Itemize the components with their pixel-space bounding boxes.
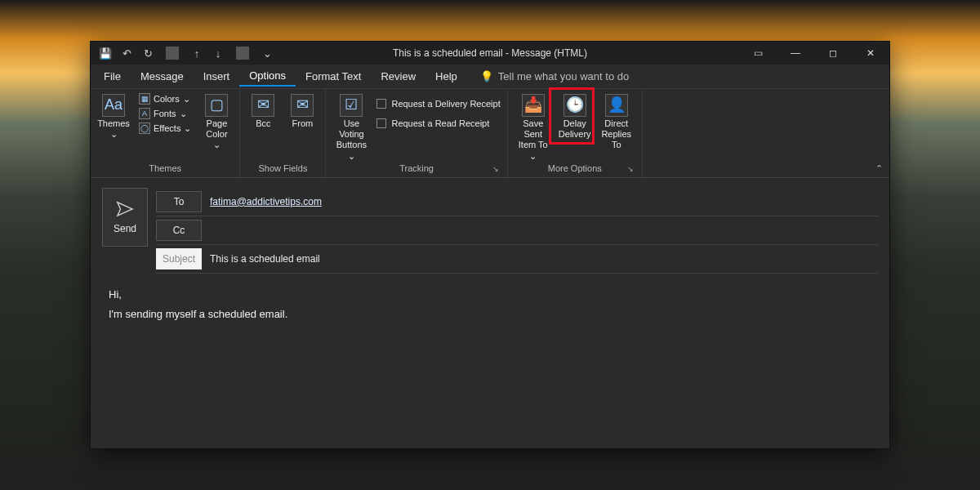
cc-button[interactable]: Cc xyxy=(156,220,202,241)
delay-delivery-icon: 🕒 xyxy=(564,94,586,117)
group-show-fields: ✉ Bcc ✉ From Show Fields xyxy=(240,89,326,177)
from-icon: ✉ xyxy=(291,94,314,117)
page-color-label: Page Color xyxy=(200,118,233,140)
undo-icon[interactable]: ↶ xyxy=(120,47,133,60)
delay-delivery-label: Delay Delivery xyxy=(559,118,591,140)
effects-icon: ◯ xyxy=(139,122,150,134)
subject-row: Subject This is a scheduled email xyxy=(156,245,878,274)
body-line: Hi, xyxy=(109,285,871,305)
quick-access-toolbar: 💾 ↶ ↻ ↑ ↓ ⌄ xyxy=(91,47,282,60)
close-button[interactable]: ✕ xyxy=(852,42,889,65)
direct-replies-label: Direct Replies To xyxy=(598,118,635,151)
tab-file[interactable]: File xyxy=(94,67,131,86)
body-line: I'm sending myself a scheduled email. xyxy=(109,305,871,325)
tracking-dialog-launcher-icon[interactable]: ↘ xyxy=(492,165,499,173)
qat-separator xyxy=(166,47,179,60)
compose-pane: Send To fatima@addictivetips.com Cc Subj… xyxy=(91,178,889,448)
page-color-icon: ▢ xyxy=(205,94,228,117)
tab-review[interactable]: Review xyxy=(371,67,425,86)
outlook-compose-window: 💾 ↶ ↻ ↑ ↓ ⌄ This is a scheduled email - … xyxy=(90,41,890,449)
colors-label: Colors xyxy=(154,94,180,104)
send-label: Send xyxy=(114,223,136,234)
chevron-down-icon: ⌄ xyxy=(529,151,537,162)
tab-format-text[interactable]: Format Text xyxy=(296,67,371,86)
redo-icon[interactable]: ↻ xyxy=(141,47,154,60)
minimize-button[interactable]: — xyxy=(777,42,814,65)
subject-label: Subject xyxy=(156,248,202,270)
group-tracking: ☑ Use Voting Buttons ⌄ Request a Deliver… xyxy=(326,89,507,177)
page-color-button[interactable]: ▢ Page Color ⌄ xyxy=(200,92,233,151)
send-icon xyxy=(116,200,134,218)
tab-message[interactable]: Message xyxy=(131,67,194,86)
tab-insert[interactable]: Insert xyxy=(194,67,240,86)
bcc-button[interactable]: ✉ Bcc xyxy=(247,92,279,129)
tab-help[interactable]: Help xyxy=(425,67,467,86)
tell-me-placeholder: Tell me what you want to do xyxy=(498,70,629,82)
checkbox-icon xyxy=(376,118,386,128)
message-header: Send To fatima@addictivetips.com Cc Subj… xyxy=(102,188,878,274)
qat-separator xyxy=(236,47,249,60)
to-field[interactable]: fatima@addictivetips.com xyxy=(210,194,878,209)
ribbon-tabs: File Message Insert Options Format Text … xyxy=(91,65,889,89)
tab-options[interactable]: Options xyxy=(239,66,296,87)
more-options-dialog-launcher-icon[interactable]: ↘ xyxy=(627,165,634,173)
collapse-ribbon-icon[interactable]: ⌃ xyxy=(875,163,883,174)
window-controls: ▭ — ◻ ✕ xyxy=(739,42,889,65)
fonts-button[interactable]: AFonts ⌄ xyxy=(136,107,194,120)
direct-replies-icon: 👤 xyxy=(605,94,628,117)
delivery-receipt-label: Request a Delivery Receipt xyxy=(391,99,500,109)
effects-button[interactable]: ◯Effects ⌄ xyxy=(136,122,194,135)
from-button[interactable]: ✉ From xyxy=(286,92,318,129)
save-sent-icon: 📥 xyxy=(522,94,545,117)
chevron-down-icon: ⌄ xyxy=(110,129,118,140)
read-receipt-label: Request a Read Receipt xyxy=(391,118,489,128)
save-sent-label: Save Sent Item To xyxy=(514,118,552,151)
voting-icon: ☑ xyxy=(340,94,363,117)
delay-delivery-button[interactable]: 🕒 Delay Delivery xyxy=(559,92,591,140)
group-label-more-options: More Options ↘ xyxy=(514,162,635,176)
prev-item-icon[interactable]: ↑ xyxy=(190,47,203,60)
voting-label: Use Voting Buttons xyxy=(332,118,370,151)
save-sent-item-to-button[interactable]: 📥 Save Sent Item To ⌄ xyxy=(514,92,552,162)
colors-button[interactable]: ▦Colors ⌄ xyxy=(136,92,194,105)
group-label-show-fields: Show Fields xyxy=(247,162,318,176)
group-themes: Aa Themes ⌄ ▦Colors ⌄ AFonts ⌄ ◯Effects … xyxy=(91,89,240,177)
subject-field[interactable]: This is a scheduled email xyxy=(210,252,878,266)
next-item-icon[interactable]: ↓ xyxy=(212,47,225,60)
to-button[interactable]: To xyxy=(156,191,202,212)
voting-buttons[interactable]: ☑ Use Voting Buttons ⌄ xyxy=(332,92,370,162)
themes-icon: Aa xyxy=(102,94,125,117)
group-label-themes: Themes xyxy=(97,162,233,176)
bcc-icon: ✉ xyxy=(252,94,274,117)
group-label-tracking: Tracking ↘ xyxy=(332,162,500,176)
maximize-button[interactable]: ◻ xyxy=(814,42,852,65)
themes-label: Themes xyxy=(97,118,130,129)
cc-row: Cc xyxy=(156,216,878,245)
from-label: From xyxy=(292,118,314,129)
ribbon-options: Aa Themes ⌄ ▦Colors ⌄ AFonts ⌄ ◯Effects … xyxy=(91,89,889,178)
ribbon-display-icon[interactable]: ▭ xyxy=(739,42,777,65)
to-row: To fatima@addictivetips.com xyxy=(156,188,878,216)
chevron-down-icon: ⌄ xyxy=(348,151,355,162)
save-icon[interactable]: 💾 xyxy=(99,47,112,60)
checkbox-icon xyxy=(376,99,386,109)
read-receipt-checkbox[interactable]: Request a Read Receipt xyxy=(376,117,500,130)
delivery-receipt-checkbox[interactable]: Request a Delivery Receipt xyxy=(376,97,500,110)
effects-label: Effects xyxy=(154,123,180,133)
qat-customize-icon[interactable]: ⌄ xyxy=(261,47,274,60)
cc-field[interactable] xyxy=(210,229,878,232)
message-body[interactable]: Hi, I'm sending myself a scheduled email… xyxy=(102,274,878,440)
fonts-label: Fonts xyxy=(154,109,176,118)
themes-button[interactable]: Aa Themes ⌄ xyxy=(97,92,130,140)
bcc-label: Bcc xyxy=(256,118,270,129)
chevron-down-icon: ⌄ xyxy=(213,140,220,150)
group-more-options: 📥 Save Sent Item To ⌄ 🕒 Delay Delivery 👤… xyxy=(508,89,643,177)
direct-replies-to-button[interactable]: 👤 Direct Replies To xyxy=(598,92,635,151)
fonts-icon: A xyxy=(139,108,150,119)
tell-me-search[interactable]: 💡 Tell me what you want to do xyxy=(480,70,629,82)
lightbulb-icon: 💡 xyxy=(480,70,493,82)
colors-icon: ▦ xyxy=(139,93,150,105)
send-button[interactable]: Send xyxy=(102,188,148,247)
title-bar: 💾 ↶ ↻ ↑ ↓ ⌄ This is a scheduled email - … xyxy=(91,42,889,65)
